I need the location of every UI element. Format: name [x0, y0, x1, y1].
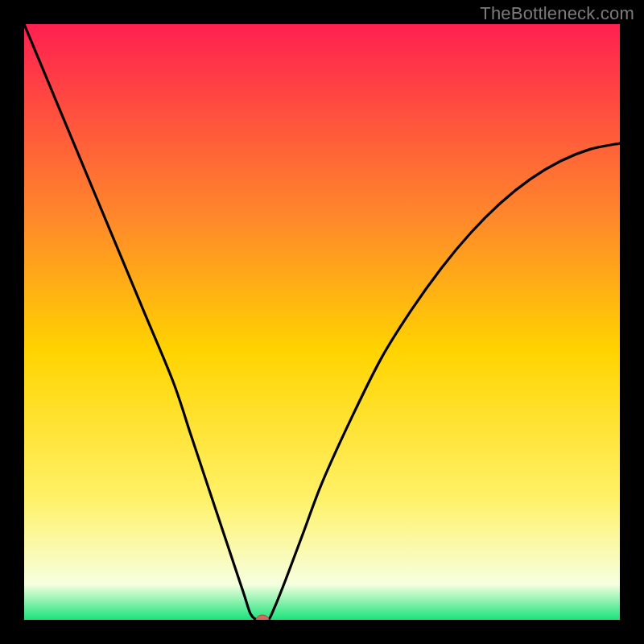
watermark-text: TheBottleneck.com — [480, 3, 634, 24]
gradient-background — [24, 24, 620, 620]
chart-frame: TheBottleneck.com — [0, 0, 644, 644]
bottleneck-curve-svg — [24, 24, 620, 620]
plot-area — [24, 24, 620, 620]
